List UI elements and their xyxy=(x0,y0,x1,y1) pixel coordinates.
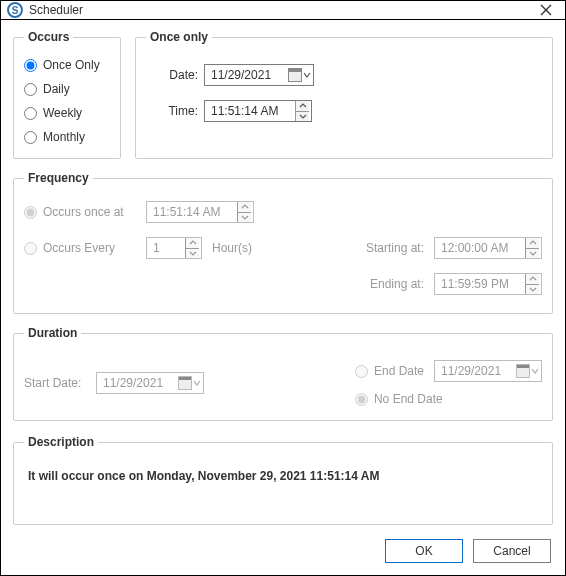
duration-end-date-input: 11/29/2021 xyxy=(434,360,542,382)
freq-occurs-once-label: Occurs once at xyxy=(43,205,124,219)
freq-ending-label: Ending at: xyxy=(356,277,424,291)
once-date-value: 11/29/2021 xyxy=(211,68,271,82)
once-time-input[interactable]: 11:51:14 AM xyxy=(204,100,312,122)
titlebar: S Scheduler xyxy=(1,1,565,20)
close-button[interactable] xyxy=(531,1,561,19)
freq-ending-value: 11:59:59 PM xyxy=(441,277,509,291)
time-spinner xyxy=(525,238,539,258)
duration-no-end-date-radio xyxy=(355,393,368,406)
time-spinner xyxy=(525,274,539,294)
duration-end-date-option: End Date xyxy=(355,364,424,378)
calendar-icon xyxy=(516,364,530,378)
freq-starting-label: Starting at: xyxy=(356,241,424,255)
chevron-down-icon xyxy=(531,367,539,375)
once-date-label: Date: xyxy=(154,68,198,82)
duration-start-label: Start Date: xyxy=(24,376,86,390)
spinner-up-icon xyxy=(526,238,539,248)
occurs-group: Occurs Once Only Daily Weekly Monthly xyxy=(13,30,121,159)
occurs-daily-radio[interactable] xyxy=(24,83,37,96)
once-time-label: Time: xyxy=(154,104,198,118)
chevron-down-icon xyxy=(193,379,201,387)
ok-button[interactable]: OK xyxy=(385,539,463,563)
once-only-group: Once only Date: 11/29/2021 Time: 11:51:1… xyxy=(135,30,553,159)
once-date-input[interactable]: 11/29/2021 xyxy=(204,64,314,86)
spinner-down-icon xyxy=(238,212,251,223)
number-spinner xyxy=(185,238,199,258)
spinner-up-icon xyxy=(186,238,199,248)
freq-occurs-every-radio xyxy=(24,242,37,255)
spinner-down-icon[interactable] xyxy=(296,111,309,122)
duration-start-value: 11/29/2021 xyxy=(103,376,163,390)
occurs-once-label: Once Only xyxy=(43,58,100,72)
app-icon: S xyxy=(7,2,23,18)
spinner-up-icon xyxy=(526,274,539,284)
duration-end-date-label: End Date xyxy=(374,364,424,378)
spinner-down-icon xyxy=(526,248,539,259)
spinner-up-icon[interactable] xyxy=(296,101,309,111)
freq-occurs-every-label: Occurs Every xyxy=(43,241,115,255)
occurs-monthly[interactable]: Monthly xyxy=(24,130,110,144)
occurs-weekly[interactable]: Weekly xyxy=(24,106,110,120)
freq-occurs-once-radio xyxy=(24,206,37,219)
occurs-daily-label: Daily xyxy=(43,82,70,96)
duration-start-date: 11/29/2021 xyxy=(96,372,204,394)
duration-end-date-value: 11/29/2021 xyxy=(441,364,501,378)
occurs-daily[interactable]: Daily xyxy=(24,82,110,96)
window-title: Scheduler xyxy=(29,3,83,17)
occurs-monthly-radio[interactable] xyxy=(24,131,37,144)
dialog-content: Occurs Once Only Daily Weekly Monthly xyxy=(1,20,565,539)
frequency-legend: Frequency xyxy=(24,171,93,185)
time-spinner xyxy=(237,202,251,222)
spinner-down-icon xyxy=(186,248,199,259)
frequency-group: Frequency Occurs once at 11:51:14 AM Occ… xyxy=(13,171,553,314)
freq-occurs-once: Occurs once at xyxy=(24,205,136,219)
occurs-weekly-label: Weekly xyxy=(43,106,82,120)
freq-ending-time: 11:59:59 PM xyxy=(434,273,542,295)
duration-end-date-radio xyxy=(355,365,368,378)
once-time-value: 11:51:14 AM xyxy=(211,104,278,118)
duration-group: Duration Start Date: 11/29/2021 xyxy=(13,326,553,421)
calendar-icon xyxy=(178,376,192,390)
cancel-button-label: Cancel xyxy=(493,544,530,558)
freq-occurs-once-value: 11:51:14 AM xyxy=(153,205,220,219)
freq-occurs-once-time: 11:51:14 AM xyxy=(146,201,254,223)
spinner-down-icon xyxy=(526,284,539,295)
duration-legend: Duration xyxy=(24,326,81,340)
occurs-legend: Occurs xyxy=(24,30,73,44)
time-spinner[interactable] xyxy=(295,101,309,121)
occurs-weekly-radio[interactable] xyxy=(24,107,37,120)
freq-occurs-every: Occurs Every xyxy=(24,241,136,255)
duration-no-end-date-label: No End Date xyxy=(374,392,443,406)
freq-occurs-every-value: 1 xyxy=(153,241,160,255)
ok-button-label: OK xyxy=(415,544,432,558)
cancel-button[interactable]: Cancel xyxy=(473,539,551,563)
chevron-down-icon[interactable] xyxy=(303,71,311,79)
occurs-monthly-label: Monthly xyxy=(43,130,85,144)
freq-occurs-every-unit: Hour(s) xyxy=(212,241,252,255)
description-text: It will occur once on Monday, November 2… xyxy=(24,459,542,487)
freq-starting-value: 12:00:00 AM xyxy=(441,241,508,255)
description-legend: Description xyxy=(24,435,98,449)
freq-occurs-every-value-input: 1 xyxy=(146,237,202,259)
occurs-once-only[interactable]: Once Only xyxy=(24,58,110,72)
occurs-once-radio[interactable] xyxy=(24,59,37,72)
dialog-buttons: OK Cancel xyxy=(1,539,565,575)
freq-starting-time: 12:00:00 AM xyxy=(434,237,542,259)
description-group: Description It will occur once on Monday… xyxy=(13,435,553,525)
calendar-icon[interactable] xyxy=(288,68,302,82)
once-only-legend: Once only xyxy=(146,30,212,44)
spinner-up-icon xyxy=(238,202,251,212)
duration-no-end-date-option: No End Date xyxy=(355,392,443,406)
